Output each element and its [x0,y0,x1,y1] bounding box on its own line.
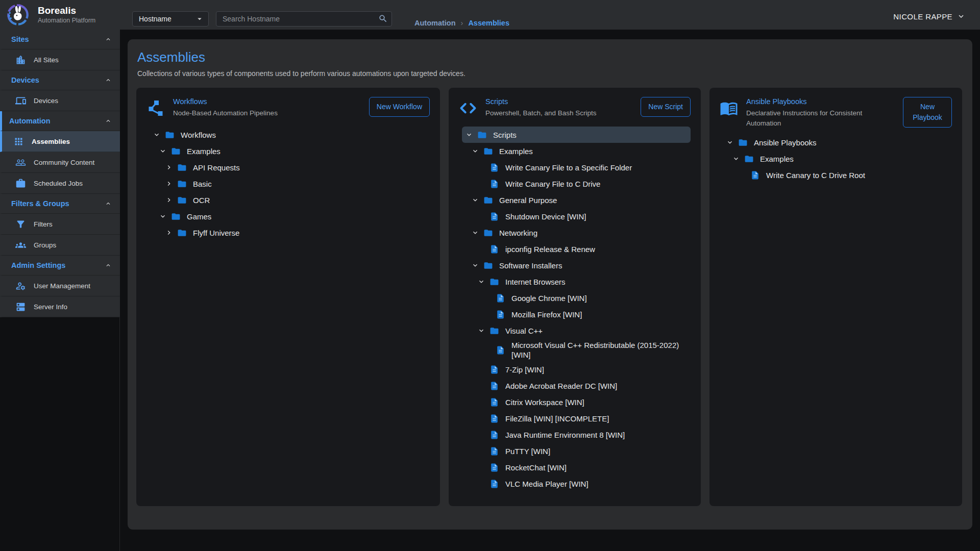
tree-node-write-canary-file-to-a-specific-folder[interactable]: Write Canary File to a Specific Folder [462,159,691,176]
tree-node-shutdown-device-win[interactable]: Shutdown Device [WIN] [462,208,691,224]
sidebar-item-filters[interactable]: Filters [0,214,120,235]
chevron-expanded-icon[interactable] [471,229,479,237]
tree-node-ocr[interactable]: OCR [150,192,430,208]
hostname-select[interactable]: Hostname [132,11,209,27]
sidebar-item-server-info[interactable]: Server Info [0,296,120,317]
breadcrumb-assemblies[interactable]: Assemblies [468,19,509,27]
tree-node-ansible-playbooks[interactable]: Ansible Playbooks [723,134,952,151]
tree-node-scripts[interactable]: Scripts [462,127,691,143]
card-ansible-header: Ansible PlaybooksDeclarative Instruction… [720,97,952,128]
brand-tagline: Automation Platform [38,17,95,24]
sidebar-section-sites[interactable]: Sites [0,30,120,49]
chevron-expanded-icon[interactable] [477,327,485,335]
tree-node-java-runtime-environment-8-win[interactable]: Java Runtime Environment 8 [WIN] [462,427,691,443]
sidebar-item-assemblies[interactable]: Assemblies [0,131,120,152]
folder-icon [177,179,187,189]
tree-node-citrix-workspace-win[interactable]: Citrix Workspace [WIN] [462,394,691,410]
tree-node-label: Microsoft Visual C++ Redistributable (20… [511,339,691,361]
tree-node-google-chrome-win[interactable]: Google Chrome [WIN] [462,290,691,306]
tree-node-label: FileZilla [WIN] [INCOMPLETE] [505,412,612,425]
sidebar-item-label: Community Content [34,159,94,166]
new-ansible-button[interactable]: New Playbook [903,97,952,128]
sidebar-section-admin-settings[interactable]: Admin Settings [0,256,120,276]
tree-node-label: OCR [193,194,213,207]
tree-node-software-installers[interactable]: Software Installers [462,257,691,273]
tree-node-basic[interactable]: Basic [150,176,430,192]
tree-node-api-requests[interactable]: API Requests [150,159,430,176]
new-scripts-button[interactable]: New Script [641,97,691,117]
sidebar-item-label: All Sites [34,56,59,64]
chevron-collapsed-icon[interactable] [165,229,173,237]
devices-icon [15,95,26,106]
chevron-expanded-icon[interactable] [732,155,740,163]
tree-node-examples[interactable]: Examples [723,151,952,167]
tree-node-networking[interactable]: Networking [462,224,691,241]
card-workflows: WorkflowsNode-Based Automation Pipelines… [136,88,440,506]
chevron-expanded-icon[interactable] [465,131,473,139]
tree-node-ipconfig-release-renew[interactable]: ipconfig Release & Renew [462,241,691,257]
card-title: Ansible Playbooks [746,97,895,106]
tree-node-flyff-universe[interactable]: Flyff Universe [150,224,430,241]
chevron-expanded-icon[interactable] [471,261,479,269]
tree-node-adobe-acrobat-reader-dc-win[interactable]: Adobe Acrobat Reader DC [WIN] [462,378,691,394]
tree-node-microsoft-visual-c-redistributable-2015-2022-win[interactable]: Microsoft Visual C++ Redistributable (20… [462,339,691,361]
tree-node-label: Workflows [181,129,219,141]
chevron-spacer [477,245,485,253]
tree-node-putty-win[interactable]: PuTTY [WIN] [462,443,691,459]
sidebar-section-automation[interactable]: Automation [0,111,120,131]
breadcrumb-automation[interactable]: Automation [414,19,456,27]
sidebar-section-filters-groups[interactable]: Filters & Groups [0,194,120,214]
hostname-searchbox [216,11,392,27]
chevron-expanded-icon[interactable] [159,212,167,220]
tree-node-mozilla-firefox-win[interactable]: Mozilla Firefox [WIN] [462,306,691,322]
tree-node-rocketchat-win[interactable]: RocketChat [WIN] [462,459,691,475]
tree-node-write-canary-to-c-drive-root[interactable]: Write Canary to C Drive Root [723,167,952,183]
breadcrumb-separator: › [461,19,463,27]
tree-node-examples[interactable]: Examples [150,143,430,159]
chevron-expanded-icon[interactable] [159,147,167,155]
sidebar-item-devices[interactable]: Devices [0,90,120,111]
tree-node-label: PuTTY [WIN] [505,445,553,458]
tree-node-label: Mozilla Firefox [WIN] [511,308,585,321]
new-workflows-button[interactable]: New Workflow [369,97,430,117]
tree-node-visual-c[interactable]: Visual C++ [462,322,691,339]
folder-icon [483,228,493,238]
chevron-expanded-icon[interactable] [477,278,485,286]
user-menu[interactable]: NICOLE RAPPE [893,12,980,21]
tree-node-write-canary-file-to-c-drive[interactable]: Write Canary File to C Drive [462,176,691,192]
tree-node-workflows[interactable]: Workflows [150,127,430,143]
card-titles: WorkflowsNode-Based Automation Pipelines [173,97,361,118]
tree-node-general-purpose[interactable]: General Purpose [462,192,691,208]
sidebar-section-devices[interactable]: Devices [0,70,120,90]
borealis-logo-icon [6,3,30,27]
chevron-collapsed-icon[interactable] [165,180,173,188]
assembly-cards: WorkflowsNode-Based Automation Pipelines… [136,88,964,506]
chevron-collapsed-icon[interactable] [165,163,173,171]
chevron-collapsed-icon[interactable] [165,196,173,204]
tree-ansible: Ansible PlaybooksExamplesWrite Canary to… [720,134,952,183]
tree-node-7-zip-win[interactable]: 7-Zip [WIN] [462,361,691,378]
tree-scripts: ScriptsExamplesWrite Canary File to a Sp… [459,127,691,492]
file-icon [496,310,505,319]
sidebar-item-all-sites[interactable]: All Sites [0,49,120,70]
card-subtitle: Node-Based Automation Pipelines [173,108,361,118]
chevron-expanded-icon[interactable] [726,138,734,146]
tree-node-filezilla-win-incomplete[interactable]: FileZilla [WIN] [INCOMPLETE] [462,410,691,427]
file-icon [750,170,760,180]
tree-node-label: ipconfig Release & Renew [505,243,598,256]
file-icon [489,163,499,172]
search-input[interactable] [216,11,392,27]
tree-node-examples[interactable]: Examples [462,143,691,159]
topbar: Borealis Automation Platform Hostname Au… [0,0,980,30]
tree-node-internet-browsers[interactable]: Internet Browsers [462,273,691,290]
tree-node-vlc-media-player-win[interactable]: VLC Media Player [WIN] [462,475,691,492]
sidebar-item-scheduled-jobs[interactable]: Scheduled Jobs [0,173,120,194]
sidebar-item-groups[interactable]: Groups [0,235,120,256]
chevron-expanded-icon[interactable] [471,196,479,204]
chevron-expanded-icon[interactable] [471,147,479,155]
sidebar-item-user-management[interactable]: User Management [0,276,120,296]
sidebar-item-community-content[interactable]: Community Content [0,152,120,173]
tree-node-games[interactable]: Games [150,208,430,224]
folder-icon [171,212,181,221]
chevron-expanded-icon[interactable] [153,131,161,139]
